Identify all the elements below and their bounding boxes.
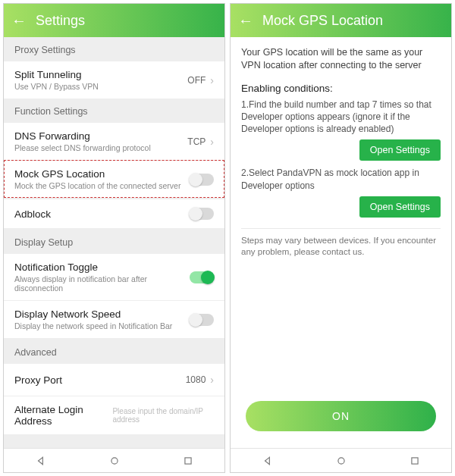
step-2: 2.Select PandaVPN as mock location app i… (241, 167, 441, 191)
section-display: Display Setup (4, 230, 224, 254)
android-navbar (231, 448, 451, 472)
section-advanced: Advanced (4, 340, 224, 364)
intro-text: Your GPS location will be the same as yo… (241, 46, 441, 72)
open-settings-button-2[interactable]: Open Settings (359, 196, 441, 218)
row-title: Alternate Login Address (14, 404, 106, 427)
divider (241, 228, 441, 229)
row-adblock[interactable]: Adblock (4, 198, 224, 230)
back-icon[interactable]: ← (11, 12, 27, 30)
row-value: OFF (187, 75, 206, 86)
row-dns-forwarding[interactable]: DNS Forwarding Please select DNS forward… (4, 123, 224, 160)
on-button[interactable]: ON (246, 401, 436, 431)
section-proxy: Proxy Settings (4, 37, 224, 61)
row-title: Split Tunneling (14, 69, 187, 80)
row-sub: Use VPN / Bypass VPN (14, 82, 187, 91)
nav-recent-icon[interactable] (183, 456, 193, 466)
settings-screen: ← Settings Proxy Settings Split Tunnelin… (3, 3, 225, 473)
row-title: Display Network Speed (14, 308, 190, 320)
chevron-right-icon: › (210, 136, 214, 148)
svg-point-2 (337, 457, 344, 463)
row-title: Notification Toggle (14, 261, 190, 273)
open-settings-button-1[interactable]: Open Settings (359, 139, 441, 161)
row-proxy-port[interactable]: Proxy Port 1080 › (4, 364, 224, 396)
row-title: Proxy Port (14, 374, 186, 386)
nav-back-icon[interactable] (262, 456, 273, 466)
section-function: Function Settings (4, 99, 224, 123)
topbar: ← Mock GPS Location (231, 4, 451, 37)
row-value: 1080 (186, 374, 206, 385)
toggle-mock-gps[interactable] (190, 174, 214, 186)
android-navbar (4, 448, 224, 472)
topbar: ← Settings (4, 4, 224, 37)
row-title: DNS Forwarding (14, 130, 187, 142)
back-icon[interactable]: ← (238, 12, 253, 30)
toggle-speed[interactable] (190, 314, 214, 326)
row-title: Mock GPS Location (14, 168, 190, 180)
mock-gps-screen: ← Mock GPS Location Your GPS location wi… (230, 3, 452, 473)
nav-home-icon[interactable] (336, 456, 347, 466)
svg-point-0 (111, 457, 117, 463)
nav-back-icon[interactable] (36, 456, 46, 466)
chevron-right-icon: › (210, 74, 214, 86)
chevron-right-icon: › (210, 374, 214, 386)
svg-rect-1 (184, 457, 190, 463)
toggle-adblock[interactable] (190, 208, 214, 220)
toggle-notification[interactable] (190, 271, 214, 283)
svg-rect-3 (411, 457, 417, 463)
row-split-tunneling[interactable]: Split Tunneling Use VPN / Bypass VPN OFF… (4, 61, 224, 99)
conditions-heading: Enabling conditions: (241, 83, 441, 94)
row-mock-gps[interactable]: Mock GPS Location Mock the GPS location … (4, 160, 224, 198)
row-notification-toggle[interactable]: Notification Toggle Always display in no… (4, 254, 224, 300)
page-title: Settings (36, 13, 85, 29)
row-title: Adblock (14, 208, 190, 220)
row-sub: Mock the GPS location of the connected s… (14, 181, 190, 190)
settings-list: Proxy Settings Split Tunneling Use VPN /… (4, 37, 224, 448)
row-sub: Please select DNS forwarding protocol (14, 143, 187, 152)
mock-gps-content: Your GPS location will be the same as yo… (231, 37, 451, 448)
row-alternate-login[interactable]: Alternate Login Address Please input the… (4, 396, 224, 434)
step-1: 1.Find the build number and tap 7 times … (241, 99, 441, 136)
nav-recent-icon[interactable] (410, 456, 420, 466)
row-sub: Display the network speed in Notificatio… (14, 321, 190, 330)
note-text: Steps may vary between devices. If you e… (241, 235, 441, 258)
row-sub: Always display in notification bar after… (14, 274, 190, 293)
nav-home-icon[interactable] (109, 456, 120, 466)
row-value: TCP (187, 136, 206, 147)
row-display-speed[interactable]: Display Network Speed Display the networ… (4, 300, 224, 340)
page-title: Mock GPS Location (262, 13, 383, 29)
alt-login-placeholder: Please input the domain/IP address (112, 407, 214, 424)
